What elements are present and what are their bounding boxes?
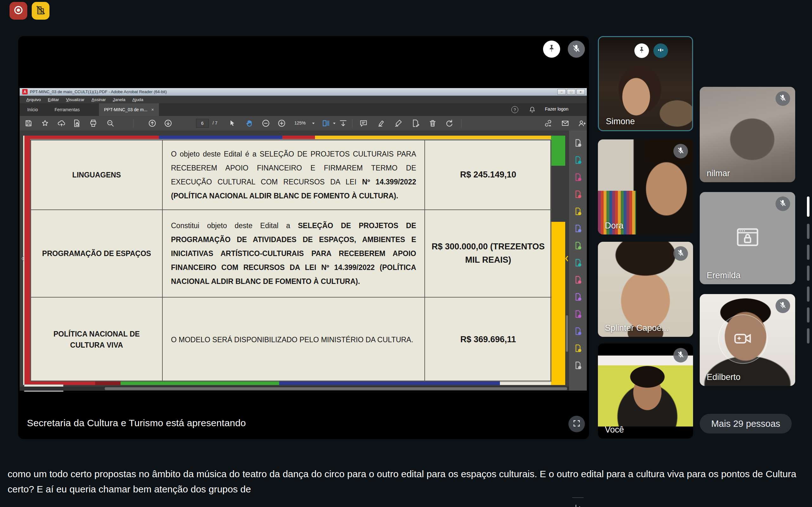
star-bookmark-icon[interactable] [41,119,49,128]
participants-scrollbar-segment[interactable] [807,224,809,239]
unpin-presentation-button[interactable] [543,41,560,58]
menu-item-ajuda[interactable]: Ajuda [129,97,147,102]
menu-item-assinar[interactable]: Assinar [88,97,109,102]
participant-tile-voce[interactable]: Você [598,343,693,439]
speaking-indicator [653,43,668,58]
compress-pdf-icon[interactable] [573,258,583,268]
share-with-people-icon[interactable] [577,119,586,128]
fit-width-icon[interactable] [339,119,348,128]
create-pdf-icon[interactable] [573,172,583,182]
menu-item-visualizar[interactable]: Visualizar [62,97,88,102]
pdf-window-titlebar[interactable]: A PPT-MINC_03 de maio_CCULT(1)(1).PDF - … [20,88,587,96]
fill-sign-toolbar-icon[interactable] [394,119,403,128]
pdf-menubar: ArquivoEditarVisualizarAssinarJanelaAjud… [20,96,587,103]
delete-icon[interactable] [428,119,437,128]
menu-item-editar[interactable]: Editar [44,97,62,102]
highlight-icon[interactable] [377,119,386,128]
fullscreen-button[interactable] [568,416,585,432]
hand-tool-icon[interactable] [245,119,254,128]
participants-scrollbar-segment[interactable] [807,266,809,281]
participants-scrollbar-segment[interactable] [807,307,809,323]
expand-tools-pane-icon[interactable] [573,503,583,507]
zoom-level-value[interactable]: 125% [294,120,306,125]
comment-icon[interactable] [359,119,368,128]
slide-top-stripe-yellow [315,135,551,139]
menu-item-arquivo[interactable]: Arquivo [23,97,44,102]
participant-tile-splinter[interactable]: Splinter Capoe... [598,242,693,337]
participants-scrollbar-segment[interactable] [807,328,809,343]
zoom-tools-icon[interactable] [573,138,583,148]
previous-page-icon[interactable] [148,119,157,128]
link-share-icon[interactable] [544,119,553,128]
notifications-bell-icon[interactable] [528,106,536,113]
participant-tile-nilmar[interactable]: nilmar [700,87,795,182]
mic-off-icon [676,147,685,156]
search-icon[interactable] [106,119,115,128]
rotate-icon[interactable] [445,119,454,128]
page-number-input[interactable]: 6 [196,119,209,128]
window-controls: −□× [557,89,585,95]
combine-files-icon[interactable] [573,224,583,233]
menu-item-janela[interactable]: Janela [109,97,129,102]
more-people-pill[interactable]: Mais 29 pessoas [700,414,792,434]
page-display-caret-icon[interactable] [333,123,336,124]
help-icon[interactable]: ? [511,106,518,113]
mic-off-icon [676,249,685,258]
horizontal-scrollbar-thumb[interactable] [105,387,567,390]
protect-document-icon[interactable] [72,119,81,128]
participant-tile-eremilda[interactable]: Eremilda [700,192,795,284]
camera-sparkle-icon [731,327,755,351]
zoom-out-icon[interactable] [261,119,270,128]
minimize-button[interactable]: − [557,89,566,95]
select-tool-icon[interactable] [228,119,237,128]
collapse-left-pane-icon[interactable] [20,253,26,264]
screen-recording-indicator[interactable] [9,2,27,20]
organize-pages-icon[interactable] [573,241,583,250]
send-comments-icon[interactable] [573,343,583,353]
next-page-icon[interactable] [164,119,172,128]
vertical-scrollbar-thumb[interactable] [566,315,568,352]
pdf-window-title: PPT-MINC_03 de maio_CCULT(1)(1).PDF - Ad… [30,89,167,94]
fullscreen-icon [572,419,581,429]
slide-right-dark-band [551,166,565,222]
fill-sign-icon[interactable] [573,326,583,336]
save-icon[interactable] [24,119,33,128]
participant-tile-dora[interactable]: Dora [598,139,693,234]
participants-scrollbar-thumb[interactable] [807,196,809,217]
video-effects-overlay [718,314,768,364]
request-esign-icon[interactable] [573,309,583,319]
print-icon[interactable] [89,119,98,128]
zoom-in-icon[interactable] [277,119,286,128]
expand-right-pane-icon[interactable] [564,253,569,264]
edit-page-icon[interactable] [411,119,420,128]
tab-close-icon[interactable]: × [151,107,154,112]
export-pdf-icon[interactable] [573,155,583,165]
muted-indicator [775,196,790,211]
participant-tile-simone[interactable]: Simone [598,36,693,131]
horizontal-scrollbar[interactable] [20,387,587,391]
restore-button[interactable]: □ [567,89,575,95]
participants-scrollbar-segment[interactable] [807,286,809,302]
participant-tile-edilberto[interactable]: Edilberto [700,294,795,386]
participants-scrollbar-segment[interactable] [807,245,809,260]
email-icon[interactable] [561,119,570,128]
camera-blocked-indicator[interactable] [32,2,49,20]
redact-icon[interactable] [573,275,583,285]
protect-pdf-icon[interactable] [573,292,583,302]
table-row2-value: R$ 300.000,00 (TREZENTOS MIL REAIS) [425,210,552,297]
sign-in-button[interactable]: Fazer logon [545,107,568,112]
page-display-icon[interactable] [322,119,331,128]
camera-off-icon [35,4,46,17]
close-button[interactable]: × [576,89,585,95]
more-tools-icon[interactable] [573,360,583,370]
share-cloud-icon[interactable] [57,119,66,128]
comment-tool-icon[interactable] [573,207,583,216]
acrobat-app-icon: A [22,89,28,95]
edit-pdf-icon[interactable] [573,189,583,199]
table-row1-value: R$ 245.149,10 [425,140,552,210]
zoom-dropdown-caret-icon[interactable] [312,123,315,124]
tab-inicio[interactable]: Início [22,103,43,116]
pinned-button[interactable] [635,43,649,58]
tab-ferramentas[interactable]: Ferramentas [49,103,85,116]
tab-document[interactable]: PPT-MINC_03 de m... × [99,103,159,116]
